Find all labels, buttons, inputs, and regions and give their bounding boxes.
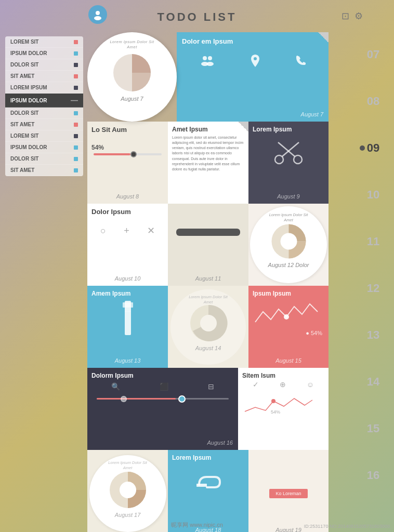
watermark2: ID:2531170 NO:20140815205731603000 bbox=[304, 524, 390, 529]
date-aug7-blue: August 7 bbox=[301, 111, 323, 117]
svg-point-6 bbox=[206, 62, 214, 66]
ko-loreman-button[interactable]: Ko Loreman bbox=[269, 489, 307, 498]
aug7-icons bbox=[182, 54, 323, 71]
header-icons: ⊡ ⚙ bbox=[342, 10, 363, 22]
timeline-13: 13 bbox=[358, 312, 389, 358]
svg-point-3 bbox=[203, 56, 207, 60]
sidebar-item-label-5: IPSUM DOLOR bbox=[10, 98, 47, 103]
svg-line-11 bbox=[278, 142, 295, 156]
sidebar-item-label-1: IPSUM DOLOR bbox=[10, 50, 47, 56]
row-6: Lorem Ipsum Dolor Sit Amet August 17 Lor… bbox=[87, 450, 329, 532]
circle-aug17-text: Lorem Ipsum Dolor Sit bbox=[89, 460, 166, 465]
pie-aug12 bbox=[269, 222, 308, 261]
sidebar-item-2[interactable]: DOLOR SIT bbox=[5, 59, 83, 71]
aug16b-title: Sitem Isum bbox=[242, 372, 324, 379]
circle-aug14-text2: Amet bbox=[170, 300, 246, 304]
dark-bar bbox=[176, 229, 240, 236]
timeline-15: 15 bbox=[358, 405, 389, 452]
circle-aug17-text2: Amet bbox=[89, 466, 166, 470]
page-header: TODO LIST bbox=[0, 10, 394, 24]
date-aug15: August 15 bbox=[248, 357, 329, 364]
sidebar-item-7[interactable]: SIT AMET bbox=[5, 119, 83, 130]
sidebar-item-9[interactable]: IPSUM DOLOR bbox=[5, 142, 83, 153]
aug16-slider[interactable] bbox=[91, 396, 234, 402]
sidebar-item-label-2: DOLOR SIT bbox=[10, 62, 38, 68]
circle-aug7-text2: Amet bbox=[127, 45, 137, 49]
x-icon: ✕ bbox=[147, 225, 155, 236]
razor-area bbox=[91, 297, 164, 339]
sidebar-item-label-9: IPSUM DOLOR bbox=[10, 144, 47, 150]
scissors-icon bbox=[273, 140, 304, 166]
timeline-14: 14 bbox=[358, 358, 389, 405]
sidebar-item-8[interactable]: LOREM SIT bbox=[5, 130, 83, 142]
svg-point-24 bbox=[120, 482, 136, 498]
circle-icon: ○ bbox=[100, 225, 106, 236]
card-aug9-text: Amet Ipsum Lorem ipsum dolor sit amet, c… bbox=[168, 122, 248, 204]
circle-aug12-text2: Amet bbox=[250, 218, 327, 222]
aug10-icons: ○ + ✕ bbox=[91, 225, 164, 236]
main-content: Lorem Ipsum Dolor Sit Amet August 7 Dolo… bbox=[87, 32, 329, 532]
sidebar-item-4[interactable]: LOREM IPSUM bbox=[5, 82, 83, 94]
card-aug15: Ipsum Ipsum ● 54% August 15 bbox=[248, 286, 329, 368]
sidebar-dot-0 bbox=[74, 40, 78, 44]
row-2: Lo Sit Aum 54% August 8 Amet Ipsum Lorem… bbox=[87, 122, 329, 204]
card-aug7-blue: Dolor em Ipsum bbox=[177, 32, 329, 122]
sidebar-item-label-11: SIT AMET bbox=[10, 167, 34, 173]
date-aug10: August 10 bbox=[87, 275, 168, 282]
sidebar-item-1[interactable]: IPSUM DOLOR bbox=[5, 48, 83, 59]
timeline-active-dot bbox=[360, 145, 365, 151]
sidebar-dot-11 bbox=[74, 168, 78, 172]
card-aug13: Amem Ipsum August 13 bbox=[87, 286, 168, 368]
check-icon: ✓ bbox=[253, 380, 259, 389]
card-aug11: August 11 bbox=[168, 204, 248, 286]
location-icon bbox=[250, 54, 260, 71]
circle-aug12: Lorem Ipsum Dolor Sit Amet August 12 Dol… bbox=[250, 206, 327, 283]
timeline-16: 16 bbox=[358, 452, 389, 499]
slider-thumb-left[interactable] bbox=[121, 396, 127, 402]
aug16-title: Dolorm Ipsum bbox=[91, 372, 234, 379]
date-aug13: August 13 bbox=[87, 357, 168, 364]
aug8-title: Lo Sit Aum bbox=[91, 126, 164, 134]
sidebar-item-label-10: DOLOR SIT bbox=[10, 156, 38, 162]
card-aug18: Lorem Ipsum August 18 bbox=[168, 450, 248, 532]
sidebar-item-label-0: LOREM SIT bbox=[10, 39, 38, 45]
sidebar: LOREM SIT IPSUM DOLOR DOLOR SIT SIT AMET… bbox=[5, 36, 83, 176]
card-aug12: Lorem Ipsum Dolor Sit Amet August 12 Dol… bbox=[248, 204, 329, 286]
svg-text:54%: 54% bbox=[271, 409, 280, 415]
card-aug10: Dolor Ipsum ○ + ✕ August 10 bbox=[87, 204, 168, 286]
slider-fill bbox=[97, 398, 176, 400]
page-title: TODO LIST bbox=[0, 10, 394, 24]
timeline: 07 08 09 10 11 12 13 14 15 16 bbox=[358, 31, 389, 499]
monitor-icon[interactable]: ⊡ bbox=[342, 10, 349, 22]
sidebar-item-10[interactable]: DOLOR SIT bbox=[5, 153, 83, 165]
search-icon: 🔍 bbox=[111, 382, 120, 391]
plus-icon: + bbox=[124, 225, 129, 236]
svg-rect-15 bbox=[123, 302, 133, 308]
card-aug17: Lorem Ipsum Dolor Sit Amet August 17 bbox=[87, 450, 168, 532]
timeline-07: 07 bbox=[358, 31, 389, 78]
row-5: Dolorm Ipsum 🔍 ⬛ ⊟ August 16 Sitem Isum … bbox=[87, 368, 329, 450]
slider-thumb-right[interactable] bbox=[178, 395, 186, 403]
date-aug9b: August 9 bbox=[248, 193, 329, 200]
sidebar-item-6[interactable]: DOLOR SIT bbox=[5, 108, 83, 119]
sidebar-item-11[interactable]: SIT AMET bbox=[5, 165, 83, 176]
gear-icon[interactable]: ⚙ bbox=[354, 10, 363, 22]
scissors-area bbox=[253, 137, 324, 168]
sidebar-dot-6 bbox=[74, 111, 78, 115]
sidebar-dot-2 bbox=[74, 63, 78, 67]
svg-point-7 bbox=[254, 57, 257, 60]
sidebar-item-5[interactable]: IPSUM DOLOR — bbox=[5, 94, 83, 108]
timeline-11: 11 bbox=[358, 218, 389, 265]
aug15-title: Ipsum Ipsum bbox=[253, 290, 324, 297]
sidebar-item-3[interactable]: SIT AMET bbox=[5, 71, 83, 82]
pie-aug17 bbox=[107, 469, 149, 511]
aug16b-icons: ✓ ⊕ ☺ bbox=[242, 379, 324, 390]
svg-point-9 bbox=[294, 155, 302, 164]
svg-point-20 bbox=[284, 314, 289, 320]
date-aug16: August 16 bbox=[207, 440, 233, 446]
svg-point-21 bbox=[271, 399, 275, 403]
circle-aug17: Lorem Ipsum Dolor Sit Amet August 17 bbox=[89, 455, 166, 532]
date-aug8: August 8 bbox=[87, 193, 168, 200]
sidebar-item-0[interactable]: LOREM SIT bbox=[5, 36, 83, 48]
row-3: Dolor Ipsum ○ + ✕ August 10 August 11 Lo… bbox=[87, 204, 329, 286]
